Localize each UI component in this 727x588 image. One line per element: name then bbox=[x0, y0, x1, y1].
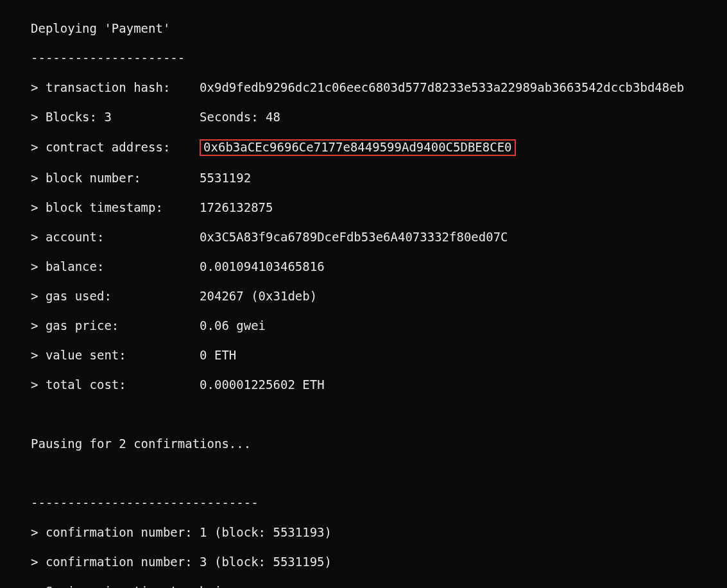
tx-hash-row: > transaction hash: 0x9d9fedb9296dc21c06… bbox=[31, 80, 722, 95]
block-timestamp-label: > block timestamp: bbox=[31, 200, 200, 215]
contract-address-value: 0x6b3aCEc9696Ce7177e8449599Ad9400C5DBE8C… bbox=[203, 141, 511, 153]
saving-migration: > Saving migration to chain. bbox=[31, 584, 722, 588]
gas-price-row: > gas price: 0.06 gwei bbox=[31, 318, 722, 333]
gas-price-label: > gas price: bbox=[31, 318, 200, 333]
block-number-value: 5531192 bbox=[200, 171, 251, 186]
confirmation-1: > confirmation number: 1 (block: 5531193… bbox=[31, 525, 722, 540]
rule: --------------------- bbox=[31, 51, 722, 65]
account-row: > account: 0x3C5A83f9ca6789DceFdb53e6A40… bbox=[31, 230, 722, 245]
block-number-row: > block number: 5531192 bbox=[31, 171, 722, 186]
total-cost-row: > total cost: 0.00001225602 ETH bbox=[31, 377, 722, 392]
gas-used-value: 204267 (0x31deb) bbox=[200, 289, 317, 304]
account-label: > account: bbox=[31, 230, 200, 245]
tx-hash-value: 0x9d9fedb9296dc21c06eec6803d577d8233e533… bbox=[200, 80, 684, 95]
total-cost-label: > total cost: bbox=[31, 377, 200, 392]
terminal-output[interactable]: Deploying 'Payment' --------------------… bbox=[0, 0, 727, 588]
account-value: 0x3C5A83f9ca6789DceFdb53e6A4073332f80ed0… bbox=[200, 230, 508, 245]
deploy-title: Deploying 'Payment' bbox=[31, 21, 722, 36]
balance-value: 0.001094103465816 bbox=[200, 259, 324, 274]
seconds-value: Seconds: 48 bbox=[200, 110, 280, 125]
contract-address-label: > contract address: bbox=[31, 140, 200, 155]
block-number-label: > block number: bbox=[31, 171, 200, 186]
block-timestamp-value: 1726132875 bbox=[200, 200, 273, 215]
block-timestamp-row: > block timestamp: 1726132875 bbox=[31, 200, 722, 215]
balance-label: > balance: bbox=[31, 259, 200, 274]
blocks-label: > Blocks: 3 bbox=[31, 110, 200, 125]
value-sent-label: > value sent: bbox=[31, 348, 200, 363]
rule: ------------------------------- bbox=[31, 496, 722, 510]
blocks-row: > Blocks: 3 Seconds: 48 bbox=[31, 110, 722, 125]
total-cost-value: 0.00001225602 ETH bbox=[200, 377, 324, 392]
pausing-text: Pausing for 2 confirmations... bbox=[31, 437, 722, 451]
gas-price-value: 0.06 gwei bbox=[200, 318, 266, 333]
confirmation-2: > confirmation number: 3 (block: 5531195… bbox=[31, 555, 722, 569]
balance-row: > balance: 0.001094103465816 bbox=[31, 259, 722, 274]
tx-hash-label: > transaction hash: bbox=[31, 80, 200, 95]
contract-address-highlight: 0x6b3aCEc9696Ce7177e8449599Ad9400C5DBE8C… bbox=[200, 139, 515, 156]
contract-address-row: > contract address: 0x6b3aCEc9696Ce7177e… bbox=[31, 139, 722, 156]
value-sent-value: 0 ETH bbox=[200, 348, 236, 363]
gas-used-row: > gas used: 204267 (0x31deb) bbox=[31, 289, 722, 304]
value-sent-row: > value sent: 0 ETH bbox=[31, 348, 722, 363]
gas-used-label: > gas used: bbox=[31, 289, 200, 304]
